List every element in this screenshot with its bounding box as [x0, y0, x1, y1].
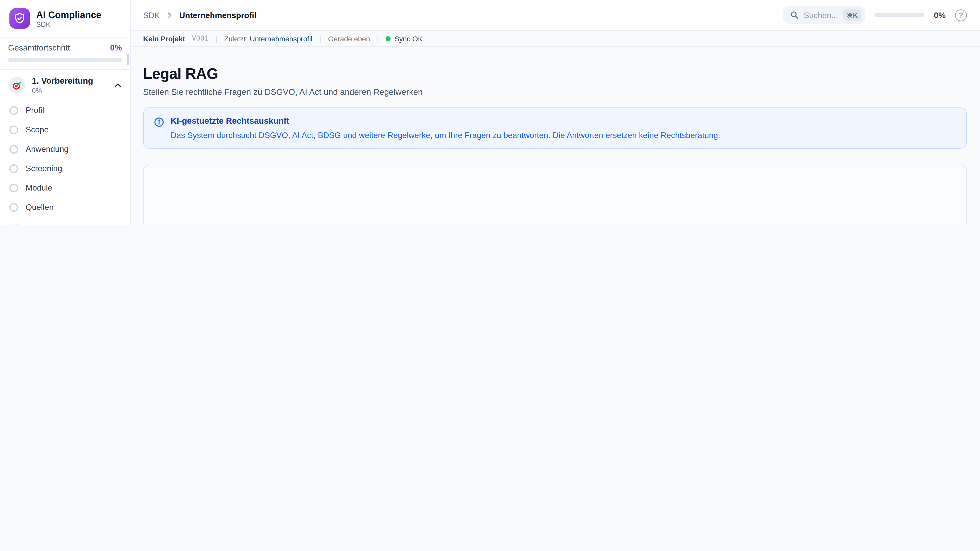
last-value: Unternehmensprofil [250, 35, 312, 42]
radio-circle-icon [10, 203, 18, 211]
search-input[interactable]: Suchen... ⌘K [783, 6, 865, 24]
chevron-right-icon [165, 11, 173, 19]
step-vorbereitung[interactable]: 1. Vorbereitung 0% [0, 70, 130, 100]
app-title: AI Compliance [36, 9, 101, 20]
breadcrumb-current: Unternehmensprofil [179, 10, 256, 20]
step-label: 1. Vorbereitung [32, 76, 93, 86]
overall-progress-track [8, 58, 122, 62]
substep-profil[interactable]: Profil [0, 100, 130, 120]
last-saved-time: Gerade eben [328, 35, 370, 42]
substep-screening[interactable]: Screening [0, 159, 130, 178]
substep-module[interactable]: Module [0, 178, 130, 197]
version-badge: V001 [192, 35, 208, 43]
radio-circle-icon [10, 183, 18, 192]
substep-anwendung[interactable]: Anwendung [0, 139, 130, 159]
step-analyse[interactable]: 2. Analyse 0% [0, 218, 130, 225]
step-percent: 0% [32, 87, 93, 94]
header-progress-track [875, 13, 924, 17]
step-label: 2. Analyse [32, 224, 73, 225]
info-icon [154, 117, 164, 140]
app-root: AI Compliance SDK Gesamtfortschritt 0% [0, 0, 980, 225]
target-icon [11, 80, 21, 90]
search-placeholder: Suchen... [803, 10, 838, 20]
shield-check-icon [14, 13, 26, 24]
sidebar-header: AI Compliance SDK [0, 0, 130, 37]
header-progress-value: 0% [934, 10, 945, 20]
app-logo [10, 8, 30, 29]
chat-empty-state: Stellen Sie eine Frage Fragen Sie zu DSG… [143, 164, 967, 225]
status-bar: Kein Projekt V001 | Zuletzt: Unternehmen… [130, 30, 980, 47]
info-banner: KI-gestuetzte Rechtsauskunft Das System … [143, 107, 967, 149]
overall-progress-value: 0% [110, 43, 122, 52]
substep-quellen[interactable]: Quellen [0, 197, 130, 217]
radio-circle-icon [10, 106, 18, 114]
radio-circle-icon [10, 125, 18, 134]
breadcrumb: SDK Unternehmensprofil [143, 10, 256, 20]
radio-circle-icon [10, 144, 18, 153]
project-name: Kein Projekt [143, 35, 185, 42]
search-shortcut-badge: ⌘K [843, 10, 861, 21]
sidebar-scrollbar-thumb[interactable] [127, 54, 129, 65]
search-icon [790, 11, 799, 19]
top-bar: SDK Unternehmensprofil Suchen... ⌘K [130, 0, 980, 30]
overall-progress: Gesamtfortschritt 0% [0, 37, 130, 69]
info-banner-title: KI-gestuetzte Rechtsauskunft [171, 116, 721, 126]
help-icon[interactable]: ? [955, 9, 967, 21]
sync-ok-dot-icon [386, 36, 391, 41]
legal-rag-page: Legal RAG Stellen Sie rechtliche Fragen … [130, 47, 980, 225]
step-navigation: 1. Vorbereitung 0% Profil Scope [0, 69, 130, 225]
step-vorbereitung-children: Profil Scope Anwendung Screening [0, 100, 130, 217]
chevron-up-icon [114, 81, 122, 89]
breadcrumb-root[interactable]: SDK [143, 10, 160, 20]
substep-scope[interactable]: Scope [0, 120, 130, 139]
page-title: Legal RAG [143, 65, 967, 83]
sidebar: AI Compliance SDK Gesamtfortschritt 0% [0, 0, 130, 225]
overall-progress-label: Gesamtfortschritt [8, 43, 70, 52]
sync-status: Sync OK [386, 35, 423, 42]
info-banner-text: Das System durchsucht DSGVO, AI Act, BDS… [171, 130, 721, 140]
last-label: Zuletzt: [224, 35, 248, 42]
radio-circle-icon [10, 164, 18, 173]
page-subtitle: Stellen Sie rechtliche Fragen zu DSGVO, … [143, 87, 967, 97]
main-column: SDK Unternehmensprofil Suchen... ⌘K [130, 0, 980, 225]
app-subtitle: SDK [36, 21, 101, 28]
